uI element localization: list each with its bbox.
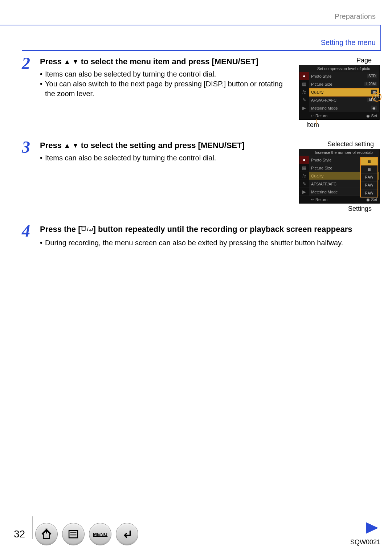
cam-tab-rec-icon: ● bbox=[299, 72, 309, 80]
next-page-arrow[interactable] bbox=[366, 522, 378, 534]
cam-tab-rec-icon: ● bbox=[299, 156, 309, 164]
figure-label-page: Page bbox=[298, 57, 381, 64]
document-code: SQW0021 bbox=[350, 538, 380, 546]
cam-tab-custom-icon: fc bbox=[299, 88, 309, 96]
bullet-item: Items can also be selected by turning th… bbox=[40, 153, 291, 163]
bullet-item: You can also switch to the next page by … bbox=[40, 79, 291, 99]
up-down-icon: ▲ ▼ bbox=[64, 142, 79, 149]
step-2: 2 Press ▲ ▼ to select the menu item and … bbox=[22, 55, 381, 129]
cam-tab-motion-icon: ▦ bbox=[299, 80, 309, 88]
bullet-item: During recording, the menu screen can al… bbox=[40, 238, 381, 248]
cam-tab-playback-icon: ▶ bbox=[299, 104, 309, 112]
cam-tab-setup-icon: ✎ bbox=[299, 180, 309, 188]
cam-tab-playback-icon: ▶ bbox=[299, 188, 309, 196]
home-button[interactable] bbox=[35, 523, 58, 545]
cam-return: Return bbox=[311, 114, 327, 118]
up-down-icon: ▲ ▼ bbox=[64, 58, 79, 65]
section-header: Preparations bbox=[335, 12, 376, 21]
footer-divider bbox=[32, 516, 33, 539]
step-3: 3 Press ▲ ▼ to select the setting and pr… bbox=[22, 139, 381, 213]
subsection-link[interactable]: Setting the menu bbox=[321, 38, 376, 47]
back-icon bbox=[121, 528, 133, 540]
page-footer: 32 MENU bbox=[0, 521, 392, 547]
step-3-bullets: Items can also be selected by turning th… bbox=[40, 153, 291, 163]
back-button[interactable] bbox=[116, 523, 138, 545]
step-number: 2 bbox=[22, 55, 40, 72]
toc-button[interactable] bbox=[62, 523, 85, 545]
cam-header: Set compression level of pictu bbox=[299, 65, 379, 72]
step-4-title: Press the [/] button repeatedly until th… bbox=[40, 224, 381, 236]
step-number: 4 bbox=[22, 223, 40, 239]
cam-menu-row: Photo StyleSTD bbox=[309, 72, 379, 80]
figure-label-item: Item bbox=[298, 121, 381, 129]
svg-text:/: / bbox=[87, 226, 89, 232]
item-callout-rect bbox=[309, 88, 379, 97]
cam-menu-row: AFS/AFF/AFCAFS bbox=[309, 96, 379, 104]
cam-set: ◉ Set bbox=[366, 114, 377, 118]
cam-header: Increase the number of recordab bbox=[299, 149, 379, 156]
content-area: 2 Press ▲ ▼ to select the menu item and … bbox=[22, 55, 381, 258]
header-rule bbox=[0, 25, 381, 25]
cam-menu-row: Metering Mode◉ bbox=[309, 104, 379, 112]
callout-line bbox=[377, 60, 377, 65]
cam-menu-row: Picture SizeL 20M bbox=[309, 80, 379, 88]
home-icon bbox=[40, 528, 53, 540]
step-4-bullets: During recording, the menu screen can al… bbox=[40, 238, 381, 248]
step-3-figure: Selected setting Increase the number of … bbox=[298, 140, 381, 213]
bullet-item: Items can also be selected by turning th… bbox=[40, 69, 291, 79]
cam-tab-custom-icon: fc bbox=[299, 172, 309, 180]
step-4: 4 Press the [/] button repeatedly until … bbox=[22, 223, 381, 248]
camera-menu-screenshot-2: Increase the number of recordab ● ▦ fc ✎… bbox=[299, 149, 380, 204]
settings-callout bbox=[360, 157, 378, 197]
page-number: 32 bbox=[14, 528, 25, 540]
manual-page: Preparations Setting the menu 2 Press ▲ … bbox=[0, 0, 392, 557]
step-number: 3 bbox=[22, 139, 40, 156]
callout-line bbox=[369, 203, 369, 208]
step-2-title: Press ▲ ▼ to select the menu item and pr… bbox=[40, 57, 291, 67]
menu-button[interactable]: MENU bbox=[89, 523, 111, 545]
callout-line bbox=[369, 144, 369, 149]
cam-tab-setup-icon: ✎ bbox=[299, 96, 309, 104]
delete-return-icon: / bbox=[81, 225, 93, 236]
menu-label: MENU bbox=[93, 532, 107, 537]
divider bbox=[22, 50, 381, 51]
callout-line bbox=[316, 119, 317, 124]
cam-return: Return bbox=[311, 197, 327, 202]
cam-tab-motion-icon: ▦ bbox=[299, 164, 309, 172]
cam-set: ◉ Set bbox=[366, 197, 377, 202]
toc-icon bbox=[67, 528, 79, 540]
step-3-title: Press ▲ ▼ to select the setting and pres… bbox=[40, 140, 291, 151]
step-2-figure: Page Set compression level of pictu ● ▦ … bbox=[298, 57, 381, 129]
step-2-bullets: Items can also be selected by turning th… bbox=[40, 69, 291, 99]
camera-menu-screenshot-1: Set compression level of pictu ● ▦ fc ✎ … bbox=[299, 65, 380, 120]
